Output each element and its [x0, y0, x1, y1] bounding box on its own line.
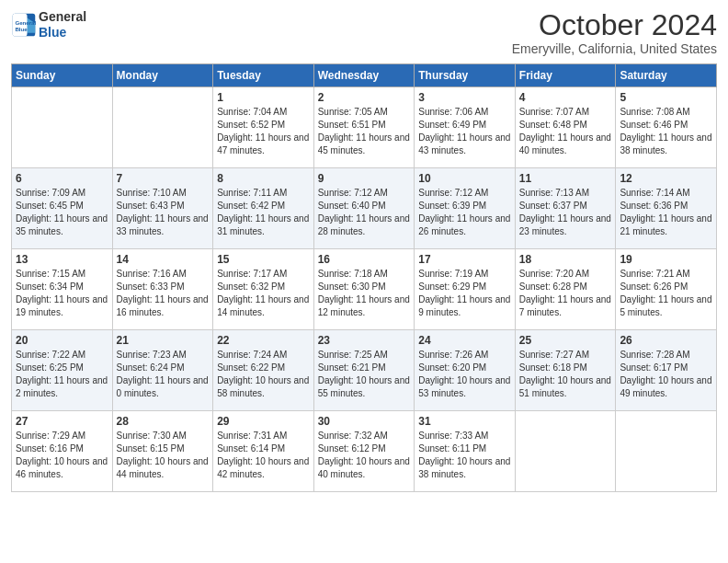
calendar-cell: 18Sunrise: 7:20 AMSunset: 6:28 PMDayligh… — [515, 249, 616, 330]
cell-info: Sunrise: 7:04 AMSunset: 6:52 PMDaylight:… — [217, 106, 310, 157]
calendar-cell: 14Sunrise: 7:16 AMSunset: 6:33 PMDayligh… — [112, 249, 213, 330]
calendar-cell: 3Sunrise: 7:06 AMSunset: 6:49 PMDaylight… — [415, 87, 516, 168]
cell-info: Sunrise: 7:11 AMSunset: 6:42 PMDaylight:… — [217, 187, 310, 238]
day-number: 30 — [318, 415, 411, 428]
cell-info: Sunrise: 7:19 AMSunset: 6:29 PMDaylight:… — [418, 268, 511, 319]
day-number: 2 — [318, 91, 411, 104]
day-number: 27 — [16, 415, 108, 428]
calendar-cell: 10Sunrise: 7:12 AMSunset: 6:39 PMDayligh… — [415, 168, 516, 249]
weekday-header: Wednesday — [313, 64, 415, 87]
day-number: 18 — [519, 253, 612, 266]
cell-info: Sunrise: 7:07 AMSunset: 6:48 PMDaylight:… — [519, 106, 612, 157]
calendar-cell: 29Sunrise: 7:31 AMSunset: 6:14 PMDayligh… — [213, 411, 314, 492]
calendar-cell: 22Sunrise: 7:24 AMSunset: 6:22 PMDayligh… — [213, 330, 314, 411]
calendar-cell: 5Sunrise: 7:08 AMSunset: 6:46 PMDaylight… — [616, 87, 717, 168]
day-number: 26 — [620, 334, 712, 347]
cell-info: Sunrise: 7:15 AMSunset: 6:34 PMDaylight:… — [16, 268, 108, 319]
weekday-header: Monday — [112, 64, 213, 87]
header: General Blue General Blue October 2024 E… — [11, 9, 717, 56]
day-number: 25 — [519, 334, 612, 347]
cell-info: Sunrise: 7:23 AMSunset: 6:24 PMDaylight:… — [117, 349, 210, 400]
day-number: 3 — [418, 91, 511, 104]
day-number: 8 — [217, 172, 310, 185]
day-number: 22 — [217, 334, 310, 347]
calendar-container: General Blue General Blue October 2024 E… — [0, 0, 728, 503]
calendar-cell: 16Sunrise: 7:18 AMSunset: 6:30 PMDayligh… — [313, 249, 415, 330]
calendar-header: SundayMondayTuesdayWednesdayThursdayFrid… — [12, 64, 717, 87]
day-number: 12 — [620, 172, 712, 185]
cell-info: Sunrise: 7:22 AMSunset: 6:25 PMDaylight:… — [16, 349, 108, 400]
calendar-cell: 25Sunrise: 7:27 AMSunset: 6:18 PMDayligh… — [515, 330, 616, 411]
cell-info: Sunrise: 7:26 AMSunset: 6:20 PMDaylight:… — [418, 349, 511, 400]
cell-info: Sunrise: 7:28 AMSunset: 6:17 PMDaylight:… — [620, 349, 712, 400]
day-number: 15 — [217, 253, 310, 266]
cell-info: Sunrise: 7:05 AMSunset: 6:51 PMDaylight:… — [318, 106, 411, 157]
cell-info: Sunrise: 7:17 AMSunset: 6:32 PMDaylight:… — [217, 268, 310, 319]
day-number: 20 — [16, 334, 108, 347]
calendar-cell — [515, 411, 616, 492]
cell-info: Sunrise: 7:16 AMSunset: 6:33 PMDaylight:… — [117, 268, 210, 319]
cell-info: Sunrise: 7:27 AMSunset: 6:18 PMDaylight:… — [519, 349, 612, 400]
day-number: 7 — [117, 172, 210, 185]
svg-text:General: General — [15, 19, 36, 26]
calendar-cell: 1Sunrise: 7:04 AMSunset: 6:52 PMDaylight… — [213, 87, 314, 168]
calendar-cell: 8Sunrise: 7:11 AMSunset: 6:42 PMDaylight… — [213, 168, 314, 249]
weekday-header: Sunday — [12, 64, 113, 87]
weekday-header: Tuesday — [213, 64, 314, 87]
calendar-cell: 28Sunrise: 7:30 AMSunset: 6:15 PMDayligh… — [112, 411, 213, 492]
weekday-header: Friday — [515, 64, 616, 87]
day-number: 21 — [117, 334, 210, 347]
cell-info: Sunrise: 7:12 AMSunset: 6:40 PMDaylight:… — [318, 187, 411, 238]
calendar-cell: 7Sunrise: 7:10 AMSunset: 6:43 PMDaylight… — [112, 168, 213, 249]
cell-info: Sunrise: 7:25 AMSunset: 6:21 PMDaylight:… — [318, 349, 411, 400]
cell-info: Sunrise: 7:21 AMSunset: 6:26 PMDaylight:… — [620, 268, 712, 319]
cell-info: Sunrise: 7:29 AMSunset: 6:16 PMDaylight:… — [16, 430, 108, 481]
calendar-cell: 9Sunrise: 7:12 AMSunset: 6:40 PMDaylight… — [313, 168, 415, 249]
weekday-header: Saturday — [616, 64, 717, 87]
calendar-cell — [616, 411, 717, 492]
day-number: 6 — [16, 172, 108, 185]
calendar-cell: 11Sunrise: 7:13 AMSunset: 6:37 PMDayligh… — [515, 168, 616, 249]
day-number: 4 — [519, 91, 612, 104]
cell-info: Sunrise: 7:30 AMSunset: 6:15 PMDaylight:… — [117, 430, 210, 481]
calendar-cell — [112, 87, 213, 168]
calendar-cell: 31Sunrise: 7:33 AMSunset: 6:11 PMDayligh… — [415, 411, 516, 492]
cell-info: Sunrise: 7:10 AMSunset: 6:43 PMDaylight:… — [117, 187, 210, 238]
cell-info: Sunrise: 7:32 AMSunset: 6:12 PMDaylight:… — [318, 430, 411, 481]
calendar-cell: 4Sunrise: 7:07 AMSunset: 6:48 PMDaylight… — [515, 87, 616, 168]
calendar-cell: 17Sunrise: 7:19 AMSunset: 6:29 PMDayligh… — [415, 249, 516, 330]
calendar-cell: 27Sunrise: 7:29 AMSunset: 6:16 PMDayligh… — [12, 411, 113, 492]
calendar-cell: 15Sunrise: 7:17 AMSunset: 6:32 PMDayligh… — [213, 249, 314, 330]
calendar-cell: 23Sunrise: 7:25 AMSunset: 6:21 PMDayligh… — [313, 330, 415, 411]
day-number: 1 — [217, 91, 310, 104]
cell-info: Sunrise: 7:24 AMSunset: 6:22 PMDaylight:… — [217, 349, 310, 400]
day-number: 5 — [620, 91, 712, 104]
logo-text: General Blue — [39, 9, 86, 40]
calendar-cell — [12, 87, 113, 168]
logo-icon: General Blue — [11, 12, 37, 38]
calendar-cell: 19Sunrise: 7:21 AMSunset: 6:26 PMDayligh… — [616, 249, 717, 330]
logo: General Blue General Blue — [11, 9, 86, 40]
cell-info: Sunrise: 7:31 AMSunset: 6:14 PMDaylight:… — [217, 430, 310, 481]
cell-info: Sunrise: 7:09 AMSunset: 6:45 PMDaylight:… — [16, 187, 108, 238]
calendar-cell: 12Sunrise: 7:14 AMSunset: 6:36 PMDayligh… — [616, 168, 717, 249]
cell-info: Sunrise: 7:33 AMSunset: 6:11 PMDaylight:… — [418, 430, 511, 481]
cell-info: Sunrise: 7:06 AMSunset: 6:49 PMDaylight:… — [418, 106, 511, 157]
calendar-cell: 30Sunrise: 7:32 AMSunset: 6:12 PMDayligh… — [313, 411, 415, 492]
calendar-cell: 6Sunrise: 7:09 AMSunset: 6:45 PMDaylight… — [12, 168, 113, 249]
calendar-cell: 13Sunrise: 7:15 AMSunset: 6:34 PMDayligh… — [12, 249, 113, 330]
day-number: 29 — [217, 415, 310, 428]
day-number: 17 — [418, 253, 511, 266]
day-number: 10 — [418, 172, 511, 185]
cell-info: Sunrise: 7:13 AMSunset: 6:37 PMDaylight:… — [519, 187, 612, 238]
day-number: 16 — [318, 253, 411, 266]
calendar-cell: 24Sunrise: 7:26 AMSunset: 6:20 PMDayligh… — [415, 330, 516, 411]
weekday-header: Thursday — [415, 64, 516, 87]
day-number: 13 — [16, 253, 108, 266]
title-block: October 2024 Emeryville, California, Uni… — [512, 9, 717, 56]
day-number: 23 — [318, 334, 411, 347]
day-number: 19 — [620, 253, 712, 266]
calendar-cell: 20Sunrise: 7:22 AMSunset: 6:25 PMDayligh… — [12, 330, 113, 411]
cell-info: Sunrise: 7:18 AMSunset: 6:30 PMDaylight:… — [318, 268, 411, 319]
day-number: 28 — [117, 415, 210, 428]
